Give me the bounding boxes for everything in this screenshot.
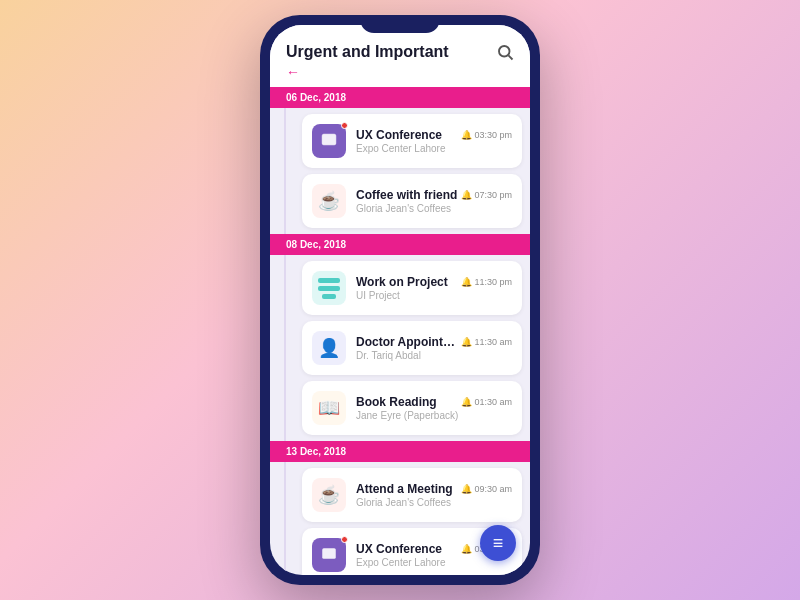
svg-rect-2: [322, 134, 336, 145]
bell-icon: 🔔: [461, 484, 472, 494]
event-time: 🔔 09:30 am: [461, 484, 512, 494]
event-card-book-reading[interactable]: 📖 Book Reading 🔔 01:30 am Jane Eyre (Pap…: [302, 381, 522, 435]
timeline-item: UX Conference 🔔 03:30 pm Expo Center Lah…: [298, 114, 530, 168]
event-card-attend-meeting[interactable]: ☕ Attend a Meeting 🔔 09:30 am Gloria Jea…: [302, 468, 522, 522]
event-title-row: Coffee with friend 🔔 07:30 pm: [356, 188, 512, 202]
ux-conference-icon: [320, 132, 338, 150]
phone-notch: [360, 15, 440, 33]
coffee-cup-icon-2: ☕: [318, 484, 340, 506]
event-time: 🔔 11:30 pm: [461, 277, 512, 287]
event-subtitle: Jane Eyre (Paperback): [356, 410, 512, 421]
svg-point-0: [499, 46, 510, 57]
event-time: 🔔 03:30 pm: [461, 130, 512, 140]
event-icon-ux: [312, 124, 346, 158]
event-info: UX Conference 🔔 03:30 pm Expo Center Lah…: [356, 128, 512, 154]
bell-icon: 🔔: [461, 277, 472, 287]
event-info: Attend a Meeting 🔔 09:30 am Gloria Jean'…: [356, 482, 512, 508]
event-icon-coffee: ☕: [312, 184, 346, 218]
search-icon[interactable]: [496, 43, 514, 61]
event-info: Work on Project 🔔 11:30 pm UI Project: [356, 275, 512, 301]
event-title-row: Doctor Appointment 🔔 11:30 am: [356, 335, 512, 349]
event-title: UX Conference: [356, 128, 442, 142]
event-icon-coffee-2: ☕: [312, 478, 346, 512]
event-icon-ux-2: [312, 538, 346, 572]
bell-icon: 🔔: [461, 190, 472, 200]
section-1-events: UX Conference 🔔 03:30 pm Expo Center Lah…: [270, 114, 530, 228]
event-subtitle: Expo Center Lahore: [356, 143, 512, 154]
section-2-events: Work on Project 🔔 11:30 pm UI Project: [270, 261, 530, 435]
event-time: 🔔 01:30 am: [461, 397, 512, 407]
bell-icon: 🔔: [461, 130, 472, 140]
section-date-2: 08 Dec, 2018: [270, 234, 530, 255]
teal-bar-3: [322, 294, 336, 299]
coffee-cup-icon: ☕: [318, 190, 340, 212]
event-icon-teal: [312, 271, 346, 305]
book-icon: 📖: [318, 397, 340, 419]
event-title-row: Attend a Meeting 🔔 09:30 am: [356, 482, 512, 496]
teal-bar-1: [318, 278, 340, 283]
timeline-item: 📖 Book Reading 🔔 01:30 am Jane Eyre (Pap…: [298, 381, 530, 435]
event-info: Coffee with friend 🔔 07:30 pm Gloria Jea…: [356, 188, 512, 214]
event-title: Work on Project: [356, 275, 448, 289]
event-card-doctor-appt[interactable]: 👤 Doctor Appointment 🔔 11:30 am Dr. Tari…: [302, 321, 522, 375]
timeline-item: ☕ Attend a Meeting 🔔 09:30 am Gloria Jea…: [298, 468, 530, 522]
phone-screen: Urgent and Important ← 06 Dec, 2018: [270, 25, 530, 575]
timeline-item: 👤 Doctor Appointment 🔔 11:30 am Dr. Tari…: [298, 321, 530, 375]
bell-icon: 🔔: [461, 544, 472, 554]
app-header: Urgent and Important ←: [270, 25, 530, 87]
event-title: Attend a Meeting: [356, 482, 453, 496]
phone-shell: Urgent and Important ← 06 Dec, 2018: [260, 15, 540, 585]
red-dot-indicator: [341, 122, 348, 129]
event-subtitle: Dr. Tariq Abdal: [356, 350, 512, 361]
person-icon: 👤: [318, 337, 340, 359]
bell-icon: 🔔: [461, 337, 472, 347]
event-card-work-project[interactable]: Work on Project 🔔 11:30 pm UI Project: [302, 261, 522, 315]
event-title-row: Work on Project 🔔 11:30 pm: [356, 275, 512, 289]
section-date-3: 13 Dec, 2018: [270, 441, 530, 462]
content-area: 06 Dec, 2018: [270, 87, 530, 575]
event-subtitle: Gloria Jean's Coffees: [356, 497, 512, 508]
fab-menu-button[interactable]: ≡: [480, 525, 516, 561]
event-title: Doctor Appointment: [356, 335, 457, 349]
event-title: UX Conference: [356, 542, 442, 556]
event-time: 🔔 11:30 am: [461, 337, 512, 347]
ux-icon-svg-2: [320, 546, 338, 564]
timeline-item: Work on Project 🔔 11:30 pm UI Project: [298, 261, 530, 315]
teal-bar-2: [318, 286, 340, 291]
bell-icon: 🔔: [461, 397, 472, 407]
event-card-coffee-friend[interactable]: ☕ Coffee with friend 🔔 07:30 pm Gloria J…: [302, 174, 522, 228]
event-icon-person: 👤: [312, 331, 346, 365]
event-title-row: UX Conference 🔔 03:30 pm: [356, 128, 512, 142]
timeline-item: ☕ Coffee with friend 🔔 07:30 pm Gloria J…: [298, 174, 530, 228]
event-subtitle: UI Project: [356, 290, 512, 301]
event-title: Book Reading: [356, 395, 437, 409]
back-button[interactable]: ←: [286, 65, 514, 79]
svg-rect-4: [322, 548, 336, 559]
event-title-row: Book Reading 🔔 01:30 am: [356, 395, 512, 409]
event-title: Coffee with friend: [356, 188, 457, 202]
header-top-row: Urgent and Important: [286, 43, 514, 61]
svg-line-1: [508, 55, 512, 59]
event-card-ux-conf-1[interactable]: UX Conference 🔔 03:30 pm Expo Center Lah…: [302, 114, 522, 168]
event-info: Doctor Appointment 🔔 11:30 am Dr. Tariq …: [356, 335, 512, 361]
page-title: Urgent and Important: [286, 43, 449, 61]
red-dot-indicator-2: [341, 536, 348, 543]
event-time: 🔔 07:30 pm: [461, 190, 512, 200]
event-icon-book: 📖: [312, 391, 346, 425]
section-date-1: 06 Dec, 2018: [270, 87, 530, 108]
event-info: Book Reading 🔔 01:30 am Jane Eyre (Paper…: [356, 395, 512, 421]
event-subtitle: Gloria Jean's Coffees: [356, 203, 512, 214]
